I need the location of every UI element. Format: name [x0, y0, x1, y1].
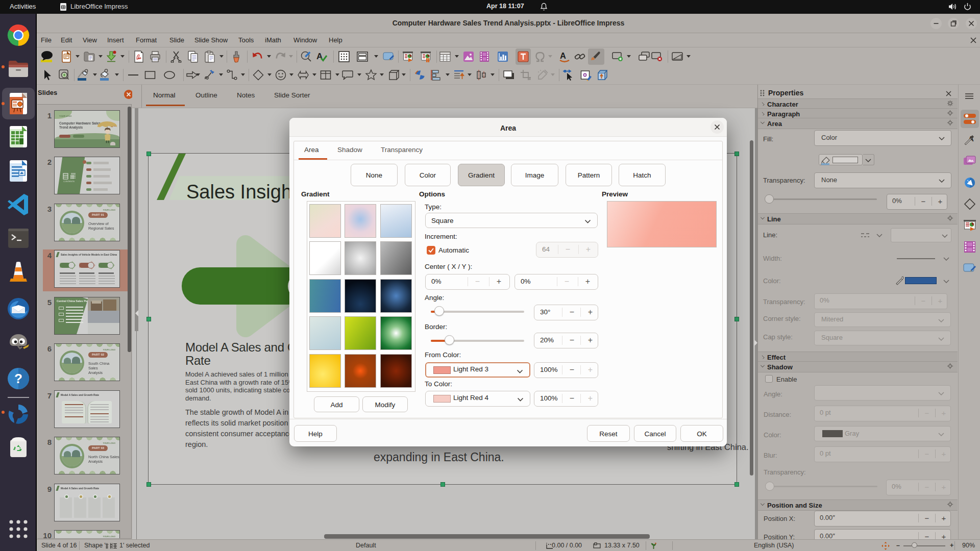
- svg-text:A: A: [560, 51, 566, 60]
- svg-text:?: ?: [14, 371, 22, 386]
